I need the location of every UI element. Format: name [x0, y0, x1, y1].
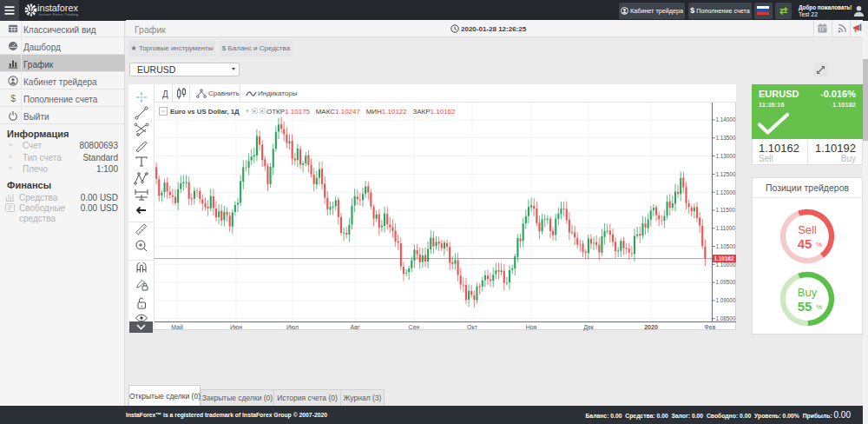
svg-text:2020: 2020	[644, 324, 658, 330]
svg-text:Фев: Фев	[705, 324, 716, 330]
svg-text:1.14000: 1.14000	[716, 116, 736, 123]
svg-text:Сен: Сен	[409, 324, 420, 330]
svg-text:Июл: Июл	[286, 324, 299, 330]
svg-text:1.11000: 1.11000	[716, 225, 736, 231]
svg-text:Buy: Buy	[797, 286, 817, 299]
svg-text:1.13500: 1.13500	[716, 135, 736, 141]
svg-text:1.12500: 1.12500	[716, 171, 736, 177]
svg-text:%: %	[816, 303, 822, 311]
svg-text:1.10000: 1.10000	[716, 262, 736, 268]
svg-text:Май: Май	[171, 324, 183, 330]
svg-text:1.13000: 1.13000	[716, 153, 736, 159]
svg-text:$: $	[10, 94, 16, 103]
svg-text:1.09500: 1.09500	[716, 279, 736, 285]
svg-text:1.11500: 1.11500	[716, 207, 736, 213]
svg-text:55: 55	[797, 299, 812, 314]
svg-text:1.12000: 1.12000	[716, 189, 736, 195]
svg-text:Окт: Окт	[467, 324, 478, 330]
svg-text:%: %	[816, 241, 822, 248]
svg-text:Июн: Июн	[230, 324, 242, 330]
svg-text:1.09000: 1.09000	[716, 297, 736, 303]
svg-text:Дек: Дек	[583, 324, 595, 331]
svg-text:1.08500: 1.08500	[716, 315, 736, 321]
svg-text:Sell: Sell	[798, 223, 817, 236]
svg-text:Ноя: Ноя	[526, 324, 537, 330]
svg-text:1.10500: 1.10500	[716, 243, 736, 249]
svg-text:45: 45	[797, 236, 812, 251]
svg-text:Авг: Авг	[351, 324, 360, 330]
